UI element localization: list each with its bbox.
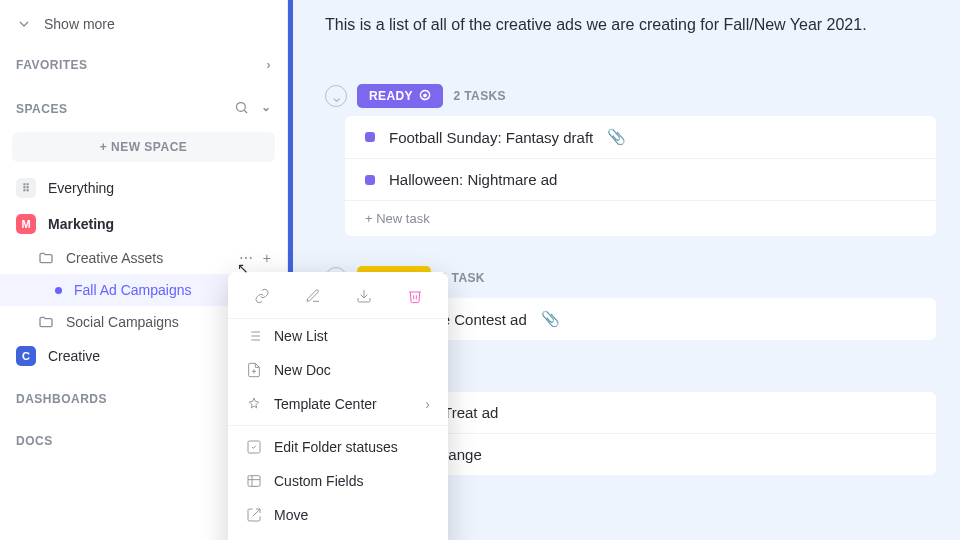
svg-line-1 xyxy=(244,110,247,113)
show-more[interactable]: Show more xyxy=(0,8,287,40)
show-more-label: Show more xyxy=(44,16,115,32)
cursor-icon: ↖ xyxy=(237,260,249,276)
edit-icon[interactable] xyxy=(305,288,321,308)
context-menu: New List New Doc Template Center› Edit F… xyxy=(228,272,448,540)
download-icon[interactable] xyxy=(356,288,372,308)
trash-icon[interactable] xyxy=(407,288,423,308)
menu-duplicate[interactable]: Duplicate xyxy=(228,532,448,540)
menu-new-doc[interactable]: New Doc xyxy=(228,353,448,387)
menu-custom-fields[interactable]: Custom Fields xyxy=(228,464,448,498)
svg-rect-12 xyxy=(248,476,260,487)
folder-icon xyxy=(38,250,54,266)
check-circle-icon: ⦿ xyxy=(419,89,431,103)
menu-separator xyxy=(228,425,448,426)
collapse-toggle[interactable]: ⌄ xyxy=(325,85,347,107)
grid-icon: ⠿ xyxy=(16,178,36,198)
space-avatar-m: M xyxy=(16,214,36,234)
menu-move[interactable]: Move xyxy=(228,498,448,532)
menu-new-list[interactable]: New List xyxy=(228,319,448,353)
link-icon[interactable] xyxy=(254,288,270,308)
task-row[interactable]: Halloween: Nightmare ad xyxy=(345,159,936,201)
svg-line-15 xyxy=(253,509,260,516)
task-status-square[interactable] xyxy=(365,132,375,142)
list-description: This is a list of all of the creative ad… xyxy=(317,16,936,34)
chevron-right-icon: › xyxy=(425,396,430,412)
folder-add-icon[interactable]: + xyxy=(263,250,271,266)
marketing-space[interactable]: M Marketing xyxy=(0,206,287,242)
attachment-icon[interactable]: 📎 xyxy=(607,128,626,146)
status-pill-ready[interactable]: READY ⦿ xyxy=(357,84,443,108)
menu-template-center[interactable]: Template Center› xyxy=(228,387,448,421)
chevron-down-icon[interactable]: ⌄ xyxy=(261,100,272,118)
chevron-down-icon xyxy=(16,16,32,32)
task-count: 2 TASKS xyxy=(453,89,506,103)
task-row[interactable]: Football Sunday: Fantasy draft 📎 xyxy=(345,116,936,159)
new-task-button[interactable]: + New task xyxy=(345,201,936,236)
group-ready: ⌄ READY ⦿ 2 TASKS Football Sunday: Fanta… xyxy=(325,84,936,236)
chevron-right-icon: › xyxy=(267,58,272,72)
search-icon[interactable] xyxy=(234,100,249,118)
space-avatar-c: C xyxy=(16,346,36,366)
spaces-header: SPACES ⌄ xyxy=(0,82,287,128)
folder-icon xyxy=(38,314,54,330)
svg-point-0 xyxy=(236,103,245,112)
everything-row[interactable]: ⠿ Everything xyxy=(0,170,287,206)
new-space-button[interactable]: + NEW SPACE xyxy=(12,132,275,162)
list-dot-icon xyxy=(55,287,62,294)
attachment-icon[interactable]: 📎 xyxy=(541,310,560,328)
task-status-square[interactable] xyxy=(365,175,375,185)
favorites-header[interactable]: FAVORITES › xyxy=(0,40,287,82)
menu-edit-statuses[interactable]: Edit Folder statuses xyxy=(228,430,448,464)
